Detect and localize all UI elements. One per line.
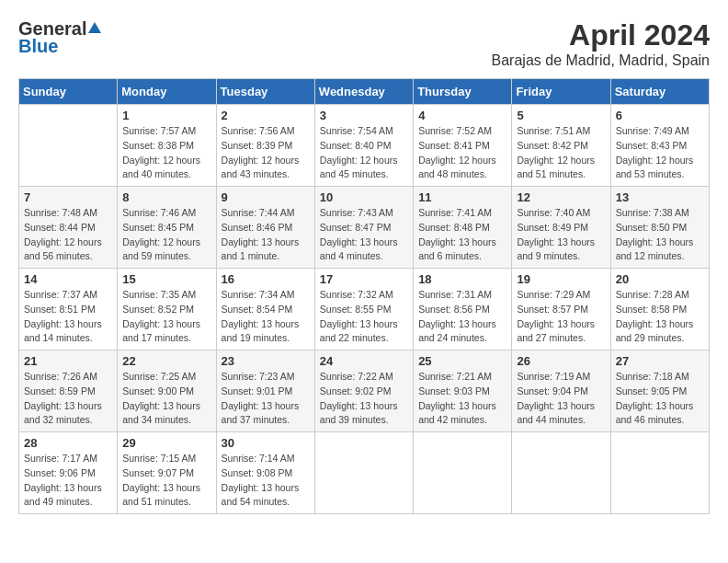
day-number: 9 [222,190,310,204]
day-info: Sunrise: 7:54 AMSunset: 8:40 PMDaylight:… [320,124,408,182]
day-info: Sunrise: 7:19 AMSunset: 9:04 PMDaylight:… [517,370,605,428]
day-info: Sunrise: 7:57 AMSunset: 8:38 PMDaylight:… [122,124,210,182]
day-number: 15 [122,272,210,286]
day-header-saturday: Saturday [610,79,709,105]
day-info: Sunrise: 7:14 AMSunset: 9:08 PMDaylight:… [222,452,310,510]
calendar-cell: 12Sunrise: 7:40 AMSunset: 8:49 PMDayligh… [512,187,610,269]
day-number: 11 [418,190,506,204]
day-info: Sunrise: 7:49 AMSunset: 8:43 PMDaylight:… [616,124,704,182]
calendar-cell: 10Sunrise: 7:43 AMSunset: 8:47 PMDayligh… [314,187,413,269]
day-info: Sunrise: 7:15 AMSunset: 9:07 PMDaylight:… [122,452,210,510]
location-title: Barajas de Madrid, Madrid, Spain [492,52,710,69]
day-number: 27 [616,354,704,368]
calendar-cell: 6Sunrise: 7:49 AMSunset: 8:43 PMDaylight… [610,105,709,187]
day-number: 2 [222,109,310,122]
day-info: Sunrise: 7:18 AMSunset: 9:05 PMDaylight:… [616,370,704,428]
calendar-cell: 22Sunrise: 7:25 AMSunset: 9:00 PMDayligh… [118,350,216,432]
day-info: Sunrise: 7:21 AMSunset: 9:03 PMDaylight:… [418,370,506,428]
day-info: Sunrise: 7:31 AMSunset: 8:56 PMDaylight:… [418,288,506,346]
day-number: 13 [616,190,704,204]
day-number: 7 [24,190,112,204]
logo-triangle-icon [88,22,101,33]
day-number: 16 [222,272,310,286]
day-info: Sunrise: 7:23 AMSunset: 9:01 PMDaylight:… [222,370,310,428]
day-number: 28 [24,436,112,450]
calendar-cell [314,432,413,514]
calendar-cell: 25Sunrise: 7:21 AMSunset: 9:03 PMDayligh… [414,350,512,432]
day-info: Sunrise: 7:52 AMSunset: 8:41 PMDaylight:… [418,124,506,182]
calendar-cell: 19Sunrise: 7:29 AMSunset: 8:57 PMDayligh… [512,269,610,350]
day-number: 3 [320,109,408,122]
day-info: Sunrise: 7:26 AMSunset: 8:59 PMDaylight:… [24,370,112,428]
calendar-table: SundayMondayTuesdayWednesdayThursdayFrid… [18,78,710,514]
calendar-week-row: 21Sunrise: 7:26 AMSunset: 8:59 PMDayligh… [19,350,710,432]
calendar-cell [19,105,118,187]
calendar-cell: 30Sunrise: 7:14 AMSunset: 9:08 PMDayligh… [216,432,314,514]
day-number: 1 [122,109,210,122]
calendar-cell: 29Sunrise: 7:15 AMSunset: 9:07 PMDayligh… [118,432,216,514]
calendar-cell: 16Sunrise: 7:34 AMSunset: 8:54 PMDayligh… [216,269,314,350]
day-info: Sunrise: 7:29 AMSunset: 8:57 PMDaylight:… [517,288,605,346]
calendar-cell: 3Sunrise: 7:54 AMSunset: 8:40 PMDaylight… [314,105,413,187]
day-header-thursday: Thursday [414,79,512,105]
calendar-cell: 18Sunrise: 7:31 AMSunset: 8:56 PMDayligh… [414,269,512,350]
day-info: Sunrise: 7:44 AMSunset: 8:46 PMDaylight:… [222,206,310,264]
calendar-week-row: 28Sunrise: 7:17 AMSunset: 9:06 PMDayligh… [19,432,710,514]
logo: General Blue [18,18,101,57]
calendar-cell: 20Sunrise: 7:28 AMSunset: 8:58 PMDayligh… [610,269,709,350]
title-area: April 2024 Barajas de Madrid, Madrid, Sp… [492,18,710,69]
day-number: 19 [517,272,605,286]
calendar-cell: 1Sunrise: 7:57 AMSunset: 8:38 PMDaylight… [118,105,216,187]
day-number: 24 [320,354,408,368]
day-number: 20 [616,272,704,286]
day-info: Sunrise: 7:25 AMSunset: 9:00 PMDaylight:… [122,370,210,428]
calendar-cell [512,432,610,514]
calendar-cell: 4Sunrise: 7:52 AMSunset: 8:41 PMDaylight… [414,105,512,187]
calendar-cell [414,432,512,514]
calendar-cell: 5Sunrise: 7:51 AMSunset: 8:42 PMDaylight… [512,105,610,187]
day-info: Sunrise: 7:32 AMSunset: 8:55 PMDaylight:… [320,288,408,346]
calendar-header-row: SundayMondayTuesdayWednesdayThursdayFrid… [19,79,710,105]
day-header-friday: Friday [512,79,610,105]
day-header-monday: Monday [118,79,216,105]
day-number: 25 [418,354,506,368]
month-title: April 2024 [492,18,710,52]
calendar-cell: 23Sunrise: 7:23 AMSunset: 9:01 PMDayligh… [216,350,314,432]
logo-blue-text: Blue [18,36,58,57]
calendar-cell: 24Sunrise: 7:22 AMSunset: 9:02 PMDayligh… [314,350,413,432]
day-info: Sunrise: 7:37 AMSunset: 8:51 PMDaylight:… [24,288,112,346]
day-info: Sunrise: 7:35 AMSunset: 8:52 PMDaylight:… [122,288,210,346]
day-number: 23 [222,354,310,368]
calendar-cell: 17Sunrise: 7:32 AMSunset: 8:55 PMDayligh… [314,269,413,350]
calendar-week-row: 7Sunrise: 7:48 AMSunset: 8:44 PMDaylight… [19,187,710,269]
day-header-sunday: Sunday [19,79,118,105]
calendar-cell: 9Sunrise: 7:44 AMSunset: 8:46 PMDaylight… [216,187,314,269]
day-number: 6 [616,109,704,122]
calendar-week-row: 1Sunrise: 7:57 AMSunset: 8:38 PMDaylight… [19,105,710,187]
day-info: Sunrise: 7:22 AMSunset: 9:02 PMDaylight:… [320,370,408,428]
calendar-cell: 2Sunrise: 7:56 AMSunset: 8:39 PMDaylight… [216,105,314,187]
day-header-wednesday: Wednesday [314,79,413,105]
calendar-week-row: 14Sunrise: 7:37 AMSunset: 8:51 PMDayligh… [19,269,710,350]
day-number: 17 [320,272,408,286]
day-info: Sunrise: 7:17 AMSunset: 9:06 PMDaylight:… [24,452,112,510]
calendar-cell [610,432,709,514]
calendar-cell: 27Sunrise: 7:18 AMSunset: 9:05 PMDayligh… [610,350,709,432]
day-info: Sunrise: 7:28 AMSunset: 8:58 PMDaylight:… [616,288,704,346]
day-info: Sunrise: 7:51 AMSunset: 8:42 PMDaylight:… [517,124,605,182]
calendar-cell: 21Sunrise: 7:26 AMSunset: 8:59 PMDayligh… [19,350,118,432]
calendar-cell: 11Sunrise: 7:41 AMSunset: 8:48 PMDayligh… [414,187,512,269]
calendar-cell: 7Sunrise: 7:48 AMSunset: 8:44 PMDaylight… [19,187,118,269]
calendar-cell: 13Sunrise: 7:38 AMSunset: 8:50 PMDayligh… [610,187,709,269]
day-number: 29 [122,436,210,450]
day-info: Sunrise: 7:41 AMSunset: 8:48 PMDaylight:… [418,206,506,264]
day-number: 12 [517,190,605,204]
day-info: Sunrise: 7:34 AMSunset: 8:54 PMDaylight:… [222,288,310,346]
day-info: Sunrise: 7:43 AMSunset: 8:47 PMDaylight:… [320,206,408,264]
day-info: Sunrise: 7:40 AMSunset: 8:49 PMDaylight:… [517,206,605,264]
calendar-cell: 15Sunrise: 7:35 AMSunset: 8:52 PMDayligh… [118,269,216,350]
day-number: 30 [222,436,310,450]
day-info: Sunrise: 7:38 AMSunset: 8:50 PMDaylight:… [616,206,704,264]
day-info: Sunrise: 7:48 AMSunset: 8:44 PMDaylight:… [24,206,112,264]
day-number: 4 [418,109,506,122]
